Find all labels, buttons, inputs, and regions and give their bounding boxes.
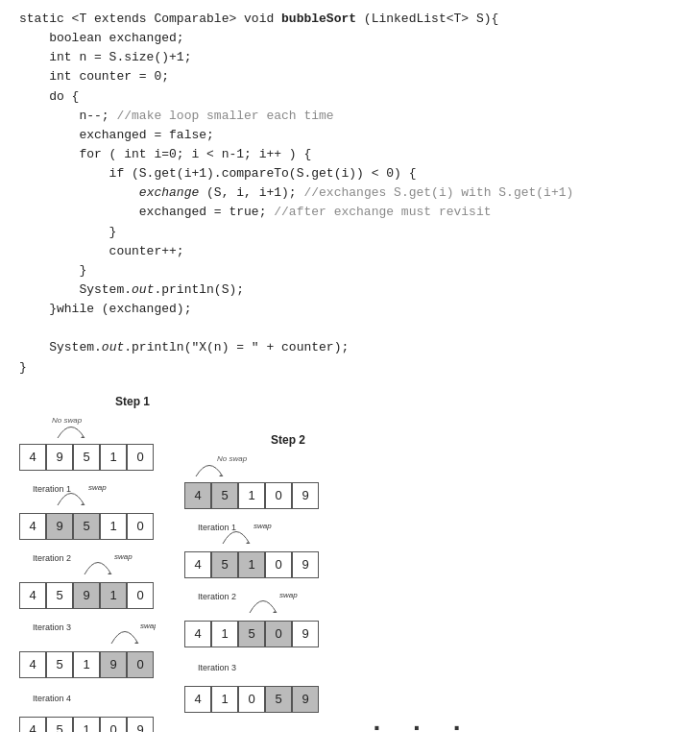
svg-text:swap: swap [279,591,298,599]
code-line-11: exchanged = true; //after exchange must … [19,203,681,222]
code-line-4: int counter = 0; [19,67,681,86]
step1-label: Step 1 [115,395,150,408]
svg-text:Iteration 2: Iteration 2 [33,553,71,563]
cell: 0 [127,444,154,471]
cell: 9 [292,686,319,713]
cell: 9 [46,444,73,471]
code-line-9: if (S.get(i+1).compareTo(S.get(i)) < 0) … [19,164,681,183]
cell: 4 [184,621,211,647]
diagram-area: Step 1 No swap 4 9 5 1 0 [19,395,681,732]
cell: 9 [292,621,319,647]
code-line-19: } [19,358,681,378]
code-line-15: System.out.println(S); [19,281,681,300]
step1-array-0: 4 9 5 1 0 [19,444,154,471]
svg-text:swap: swap [140,622,156,630]
code-static-1: static <T extends Comparable> void bubbl… [19,12,498,26]
cell: 5 [46,651,73,678]
step2-iter1: Iteration 1 swap 4 5 1 0 9 [184,515,321,578]
step2-array-1: 4 5 1 0 9 [184,551,319,578]
svg-text:No swap: No swap [52,416,83,425]
code-line-6: n--; //make loop smaller each time [19,107,681,126]
cell: 0 [100,717,127,732]
svg-text:Iteration 2: Iteration 2 [198,592,236,601]
step1-iter2: Iteration 2 swap 4 5 9 1 0 [19,546,156,609]
svg-text:Iteration 3: Iteration 3 [198,663,236,672]
cell: 0 [127,582,154,609]
cell: 9 [292,551,319,578]
step1-column: Step 1 No swap 4 9 5 1 0 [19,395,156,732]
cell: 5 [211,482,238,509]
cell: 1 [73,717,100,732]
code-line-16: }while (exchanged); [19,300,681,319]
code-line-8: for ( int i=0; i < n-1; i++ ) { [19,145,681,164]
cell: 0 [265,551,292,578]
step2-iter3: Iteration 3 4 1 0 5 9 [184,653,321,713]
code-line-13: counter++; [19,242,681,261]
cell: 0 [238,686,265,713]
code-line-2: boolean exchanged; [19,29,681,48]
cell: 1 [238,482,265,509]
step2-label: Step 2 [271,433,305,447]
cell: 5 [211,551,238,578]
code-line-3: int n = S.size()+1; [19,48,681,67]
cell: 0 [127,513,154,540]
cell: 4 [184,551,211,578]
cell: 0 [127,651,154,678]
cell: 4 [19,717,46,732]
step1-iter1: Iteration 1 swap 4 9 5 1 0 [19,476,156,540]
step1-iter3: Iteration 3 swap 4 5 1 9 0 [19,615,156,678]
svg-text:swap: swap [88,483,107,492]
svg-text:Iteration 1: Iteration 1 [198,523,236,532]
cell: 5 [73,513,100,540]
step2-array-0: 4 5 1 0 9 [184,482,319,509]
step1-array-1: 4 9 5 1 0 [19,513,154,540]
code-line-18: System.out.println("X(n) = " + counter); [19,338,681,357]
step1-array-3: 4 5 1 9 0 [19,651,154,678]
ellipsis: · · · [369,714,469,732]
cell: 5 [265,686,292,713]
cell: 4 [19,651,46,678]
svg-text:No swap: No swap [217,454,248,463]
code-line-12: } [19,223,681,242]
svg-text:Iteration 4: Iteration 4 [33,694,71,703]
cell: 0 [265,482,292,509]
code-line-7: exchanged = false; [19,126,681,145]
code-line-5: do { [19,87,681,107]
cell: 1 [100,444,127,471]
cell: 5 [73,444,100,471]
cell: 1 [100,513,127,540]
cell: 0 [265,621,292,647]
code-section: static <T extends Comparable> void bubbl… [19,10,681,378]
code-line-10: exchange (S, i, i+1); //exchanges S.get(… [19,183,681,203]
cell: 9 [292,482,319,509]
cell: 5 [46,717,73,732]
cell: 1 [211,686,238,713]
cell: 9 [73,582,100,609]
step2-array-3: 4 1 0 5 9 [184,686,319,713]
step2-iter2: Iteration 2 swap 4 1 5 0 9 [184,584,321,647]
cell: 1 [211,621,238,647]
svg-text:swap: swap [253,522,272,530]
cell: 1 [73,651,100,678]
cell: 9 [100,651,127,678]
svg-text:Iteration 3: Iteration 3 [33,622,71,632]
cell: 4 [19,513,46,540]
step1-array-4: 4 5 1 0 9 [19,717,154,732]
step1-iter4: Iteration 4 4 5 1 0 9 [19,684,156,732]
cell: 4 [19,582,46,609]
step2-array-2: 4 1 5 0 9 [184,621,319,647]
cell: 5 [238,621,265,647]
cell: 9 [127,717,154,732]
step2-column: Step 2 No swap 4 5 1 0 9 [184,433,321,713]
cell: 1 [100,582,127,609]
cell: 9 [46,513,73,540]
code-line-1: static <T extends Comparable> void bubbl… [19,10,681,29]
step1-array-2: 4 5 9 1 0 [19,582,154,609]
cell: 4 [184,482,211,509]
svg-text:Iteration 1: Iteration 1 [33,484,71,494]
code-line-14: } [19,261,681,281]
code-line-17 [19,319,681,338]
cell: 4 [184,686,211,713]
cell: 1 [238,551,265,578]
cell: 4 [19,444,46,471]
